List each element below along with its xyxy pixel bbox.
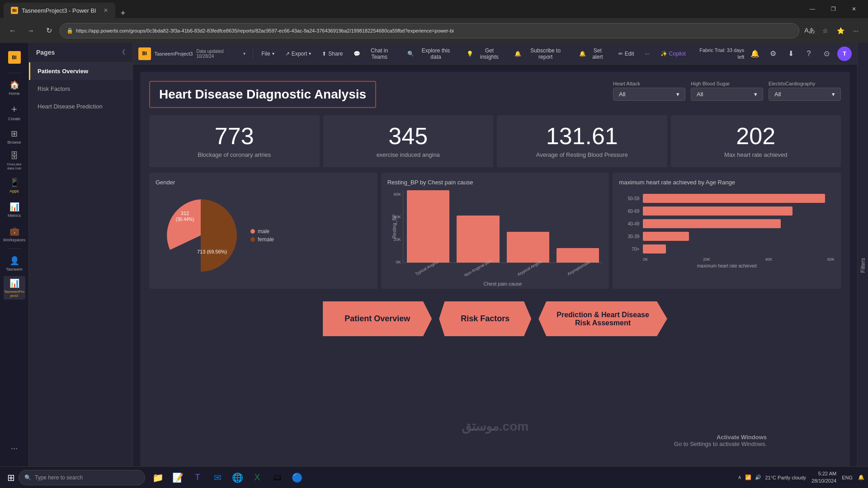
notification-button[interactable]: 🔔 (748, 47, 762, 61)
activate-windows-notice: Activate Windows Go to Settings to activ… (674, 434, 767, 447)
subscribe-button[interactable]: 🔔 Subscribe to report (510, 46, 573, 62)
taskbar-app-files[interactable]: 🗂 (268, 469, 286, 487)
active-tab[interactable]: BI TasneemProject3 - Power BI ✕ (4, 3, 115, 18)
heart-attack-dropdown[interactable]: All ▾ (613, 88, 685, 101)
hbar-40-49: 40-49 (619, 219, 835, 228)
sidebar-item-browse[interactable]: ⊞ Browse (4, 125, 25, 148)
resting-bp-y-label: Resting_BP (392, 215, 397, 239)
get-insights-button[interactable]: 💡 Get insights (462, 46, 508, 62)
ecg-chevron-icon: ▾ (832, 91, 835, 98)
nav-risk-factors-button[interactable]: Risk Factors (439, 301, 531, 336)
dashboard-header: Heart Disease Diagnostic Analysis Heart … (149, 81, 841, 108)
user-avatar[interactable]: T (837, 47, 852, 61)
data-updated-label: Data updated 10/28/24 ▾ (197, 49, 246, 59)
new-tab-button[interactable]: + (115, 9, 131, 18)
page-item-risk-factors[interactable]: Risk Factors (29, 80, 132, 98)
start-button[interactable]: ⊞ (4, 472, 19, 483)
taskbar-app-edge[interactable]: 🌐 (228, 469, 246, 487)
hbar-chart-inner: 50-59 60-69 (619, 190, 835, 272)
minimize-button[interactable]: — (802, 0, 823, 18)
refresh-button[interactable]: ↻ (42, 23, 56, 38)
browser-more-button[interactable]: ··· (849, 24, 863, 38)
chevron-down-icon[interactable]: ▾ (243, 51, 245, 56)
sidebar-item-onelake[interactable]: 🗄 OneLake data hub (4, 149, 25, 173)
bar-labels: Typical Angina Non-Anginal pain Atypical… (403, 263, 603, 270)
fabric-trial-label: Fabric Trial: 33 days left (692, 47, 744, 60)
toolbar: BI TasneemProject3 Data updated 10/28/24… (133, 43, 857, 65)
translate-button[interactable]: Aあ (803, 24, 816, 38)
help-button[interactable]: ? (802, 47, 816, 61)
pbi-logo[interactable]: BI (5, 48, 24, 66)
settings-button[interactable]: ⚙ (766, 47, 780, 61)
taskbar-app-chrome[interactable]: 🔵 (288, 469, 306, 487)
back-button[interactable]: ← (5, 23, 20, 38)
security-icon: 🔒 (66, 28, 73, 34)
filters-panel[interactable]: Filters (857, 43, 868, 488)
edit-button[interactable]: ✏ Edit (614, 49, 639, 59)
pages-header: Pages 《 (29, 43, 132, 62)
explore-data-button[interactable]: 🔍 Explore this data (403, 46, 460, 62)
taskbar-app-excel[interactable]: X (248, 469, 266, 487)
resting-bp-chart-title: Resting_BP by Chest pain cause (387, 179, 603, 186)
max-hr-chart: maximum heart rate achieved by Age Range… (613, 173, 841, 289)
forward-button[interactable]: → (24, 23, 38, 38)
sidebar-item-home[interactable]: 🏠 Home (4, 76, 25, 99)
collections-button[interactable]: ⭐ (834, 24, 847, 38)
sidebar-item-project[interactable]: 📊 TasneemPro ject3 (4, 276, 25, 300)
close-window-button[interactable]: ✕ (844, 0, 864, 18)
notification-center-icon[interactable]: 🔔 (858, 474, 864, 480)
pie-container: 312 (30.44%) 713 (69.56%) male (156, 190, 371, 282)
kpi-angina-value: 345 (332, 124, 485, 148)
chat-in-teams-button[interactable]: 💬 Chat in Teams (349, 46, 401, 62)
sidebar-item-tasneem[interactable]: 👤 Tasneem (4, 252, 25, 275)
hbar-60-69: 60-69 (619, 206, 835, 216)
taskbar-app-notepad[interactable]: 📝 (169, 469, 187, 487)
close-tab-button[interactable]: ✕ (104, 7, 108, 14)
sidebar-item-workspaces[interactable]: 💼 Workspaces (4, 222, 25, 246)
sidebar-item-metrics[interactable]: 📊 Metrics (4, 198, 25, 221)
sidebar-item-create[interactable]: + Create (4, 100, 25, 124)
taskbar-app-explorer[interactable]: 📁 (149, 469, 167, 487)
community-button[interactable]: ⊙ (820, 47, 834, 61)
speaker-icon[interactable]: 🔊 (755, 474, 761, 480)
pbi-logo-area: BI (5, 47, 24, 70)
legend-item-male: male (250, 228, 274, 235)
file-chevron-icon: ▾ (272, 51, 274, 56)
file-button[interactable]: File ▾ (257, 49, 278, 59)
kpi-max-hr-label: Max heart rate achieved (680, 151, 832, 158)
share-button[interactable]: ⬆ Share (317, 49, 347, 59)
sidebar-item-more[interactable]: ··· (4, 436, 25, 460)
taskbar-app-outlook[interactable]: ✉ (208, 469, 226, 487)
page-item-patients-overview[interactable]: Patients Overview (29, 62, 132, 80)
electro-cardiography-dropdown[interactable]: All ▾ (769, 88, 841, 101)
taskbar-time-date: 5:22 AM 28/10/2024 (811, 470, 836, 484)
nav-patient-overview-button[interactable]: Patient Overview (323, 301, 432, 336)
export-button[interactable]: ↗ Export ▾ (281, 49, 316, 59)
onelake-icon: 🗄 (10, 151, 19, 161)
copilot-button[interactable]: ✨ Copilot (656, 49, 690, 59)
high-blood-sugar-dropdown[interactable]: All ▾ (691, 88, 763, 101)
browser-chrome: BI TasneemProject3 - Power BI ✕ + — ❐ ✕ … (0, 0, 868, 43)
blood-sugar-chevron-icon: ▾ (754, 91, 757, 98)
address-bar[interactable]: 🔒 https://app.powerbi.com/groups/0c3bda8… (60, 23, 799, 38)
nav-prediction-button[interactable]: Prediction & Heart Disease Risk Assesmen… (538, 301, 667, 336)
bookmark-button[interactable]: ☆ (818, 24, 832, 38)
bar-atypical-angina (507, 232, 549, 263)
taskbar-search-bar[interactable]: 🔍 Type here to search (19, 470, 145, 485)
network-icon[interactable]: 📶 (745, 474, 751, 480)
more-options-button[interactable]: ··· (641, 49, 654, 59)
download-button[interactable]: ⬇ (784, 47, 798, 61)
collapse-pages-button[interactable]: 《 (119, 48, 125, 56)
sidebar-item-apps[interactable]: 📱 Apps (4, 174, 25, 197)
taskbar-app-teams[interactable]: T (189, 469, 207, 487)
max-hr-chart-title: maximum heart rate achieved by Age Range (619, 179, 835, 186)
pie-legend: male female (250, 228, 274, 244)
weather-label: 21°C Partly cloudy (765, 475, 806, 480)
maximize-button[interactable]: ❐ (823, 0, 844, 18)
set-alert-button[interactable]: 🔔 Set alert (575, 46, 612, 62)
watermark: موستق.com (462, 419, 528, 434)
chevron-up-icon[interactable]: ∧ (738, 474, 741, 480)
page-item-heart-disease-prediction[interactable]: Heart Disease Prediction (29, 98, 132, 115)
date-label: 28/10/2024 (811, 478, 836, 484)
pages-title: Pages (36, 49, 55, 56)
